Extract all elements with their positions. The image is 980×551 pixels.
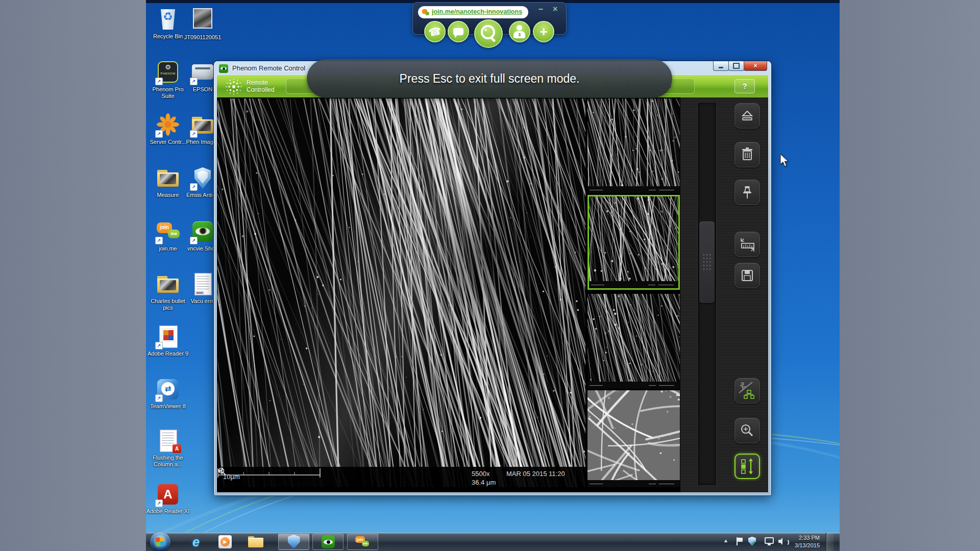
plus-icon: +	[533, 21, 554, 42]
fullscreen-notification: Press Esc to exit full screen mode.	[307, 59, 672, 98]
taskbar-phenom-open[interactable]	[312, 534, 344, 550]
show-desktop-button[interactable]	[826, 533, 834, 551]
internet-explorer-icon: e	[192, 535, 200, 549]
document-icon: DOC	[190, 272, 215, 296]
phone-icon: ☎	[422, 19, 448, 44]
taskbar-clock[interactable]: 2:33 PM 3/13/2015	[785, 534, 820, 549]
participants-icon: 3	[509, 21, 530, 42]
phenom-app-frame: Remote Controlled IMAGE ARCHIVE SETTINGS…	[217, 75, 768, 492]
folder-icon	[248, 536, 263, 547]
letterbox-left	[0, 0, 146, 551]
folder-icon: ↗	[190, 113, 215, 137]
magnification-value: 5500x	[472, 470, 489, 478]
scrollbar-handle[interactable]	[699, 221, 715, 303]
remote-desktop: ♻ Recycle Bin JT0901120051 ⚙PHENOM ↗ Phe…	[146, 0, 840, 551]
desktop-icon-jt0901120051[interactable]: JT0901120051	[181, 7, 225, 41]
start-button[interactable]	[150, 532, 170, 551]
shortcut-arrow-icon: ↗	[155, 394, 163, 402]
network-icon[interactable]	[765, 537, 774, 544]
action-center-flag-icon[interactable]	[737, 537, 743, 545]
pdf-document-icon: A	[156, 429, 180, 453]
close-button[interactable]: ×	[744, 61, 767, 71]
participants-count-badge: 3	[513, 31, 525, 38]
adobe-reader-xi-icon: A ↗	[156, 482, 180, 507]
joinme-icon: joinme	[355, 535, 371, 548]
taskbar-emsisoft-open[interactable]	[278, 534, 309, 550]
joinme-participants-button[interactable]: 3	[509, 21, 530, 42]
maximize-button[interactable]	[728, 61, 744, 71]
thumbnail-1[interactable]	[587, 98, 680, 193]
desktop-icon-flushing-the-column[interactable]: A Flushing the Column a...	[146, 429, 190, 468]
joinme-add-button[interactable]: +	[533, 21, 554, 42]
server-control-icon: ↗	[156, 113, 180, 137]
joinme-chat-button[interactable]	[448, 21, 469, 42]
thumbnail-scrollbar[interactable]	[698, 103, 716, 485]
thumbnail-3[interactable]	[587, 294, 680, 389]
phenom-logo-icon	[225, 78, 242, 95]
taskbar-media-player[interactable]: ▶	[215, 534, 235, 550]
joinme-icon: joinme ↗	[156, 219, 180, 244]
side-panel	[680, 97, 768, 492]
thumbnail-info-strip	[589, 281, 678, 288]
windows-flag-icon	[155, 537, 165, 546]
folder-icon	[156, 166, 180, 190]
joinme-presentation-zoom-button[interactable]: +	[474, 19, 503, 48]
thumbnail-info-strip	[587, 382, 680, 389]
capture-timestamp: MAR 05 2015 11:20	[506, 470, 565, 478]
minimize-button[interactable]	[713, 61, 729, 71]
image-status-bar: 10µm	[217, 467, 585, 487]
screen: ♻ Recycle Bin JT0901120051 ⚙PHENOM ↗ Phe…	[0, 0, 980, 551]
volume-icon[interactable]	[778, 538, 782, 545]
desktop-icon-adobe-reader-xi[interactable]: A ↗ Adobe Reader XI	[146, 482, 190, 515]
desktop-icon-teamviewer-8[interactable]: ⇄ ↗ TeamViewer 8	[146, 377, 190, 410]
thumbnail-4[interactable]	[587, 390, 680, 487]
shield-icon: ↗	[190, 166, 215, 190]
window-title: Phenom Remote Control	[232, 64, 305, 72]
taskbar-internet-explorer[interactable]: e	[186, 534, 206, 550]
joinme-logo-icon	[425, 12, 429, 15]
joinme-phone-button[interactable]: ☎	[424, 21, 446, 42]
shortcut-arrow-icon: ↗	[190, 130, 198, 138]
thumbnail-info-strip	[587, 480, 680, 487]
thumbnail-strip	[587, 98, 680, 487]
folder-icon	[156, 272, 180, 296]
shortcut-arrow-icon: ↗	[155, 499, 163, 507]
taskbar-joinme-open[interactable]: joinme	[347, 534, 378, 550]
help-button[interactable]: ?	[734, 79, 755, 93]
desktop-icon-adobe-reader-9[interactable]: ↗ Adobe Reader 9	[146, 324, 190, 357]
scale-bar	[217, 467, 321, 478]
zoom-in-button[interactable]	[734, 418, 760, 443]
media-player-icon: ▶	[218, 535, 232, 548]
eject-button[interactable]	[734, 103, 760, 129]
network-transfer-button[interactable]	[734, 378, 760, 404]
sem-image[interactable]: 10µm	[217, 98, 585, 487]
shortcut-arrow-icon: ↗	[155, 237, 163, 244]
pdf-badge-icon: A	[173, 444, 181, 453]
status-badge: Remote Controlled	[247, 79, 288, 94]
recycle-bin-icon: ♻	[156, 7, 180, 32]
phenom-viewport: 10µm	[217, 97, 768, 492]
image-file-icon	[190, 8, 215, 33]
phenom-suite-icon: ⚙PHENOM ↗	[156, 60, 180, 85]
field-width-value: 36.4 µm	[472, 479, 496, 486]
taskbar: e ▶ joinme ▲ ✓ 2:33 PM 3/13/2015	[146, 533, 840, 551]
joinme-session-url[interactable]: join.me/nanotech-innovations	[418, 6, 528, 18]
shortcut-arrow-icon: ↗	[190, 237, 198, 244]
clock-time: 2:33 PM	[785, 534, 820, 542]
pin-button[interactable]	[734, 180, 760, 205]
thumbnail-2-selected[interactable]	[587, 195, 680, 290]
letterbox-right	[840, 0, 980, 551]
chat-icon	[448, 21, 469, 42]
joinme-minimize-icon[interactable]: –	[538, 5, 543, 14]
sort-order-button[interactable]	[734, 454, 760, 479]
joinme-close-icon[interactable]: ×	[553, 5, 557, 14]
tray-chevron-icon[interactable]: ▲	[723, 538, 728, 543]
delete-button[interactable]	[734, 142, 760, 167]
field-width-icon	[217, 467, 227, 475]
measure-button[interactable]	[734, 232, 760, 257]
taskbar-explorer[interactable]	[246, 534, 266, 550]
security-check-icon: ✓	[751, 540, 756, 546]
save-button[interactable]	[734, 263, 760, 288]
shortcut-arrow-icon: ↗	[155, 130, 163, 138]
thumbnail-info-strip	[587, 186, 680, 193]
